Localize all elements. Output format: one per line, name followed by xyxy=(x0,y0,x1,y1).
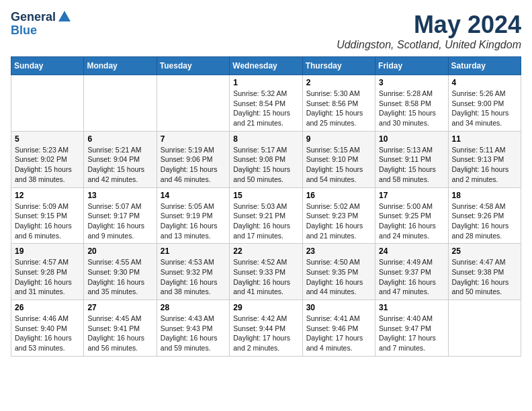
svg-marker-0 xyxy=(58,11,71,21)
calendar-cell: 29Sunrise: 4:42 AM Sunset: 9:44 PM Dayli… xyxy=(230,300,302,357)
day-header-thursday: Thursday xyxy=(302,57,375,75)
day-number: 17 xyxy=(379,191,444,200)
day-number: 13 xyxy=(87,191,152,200)
calendar-week-3: 12Sunrise: 5:09 AM Sunset: 9:15 PM Dayli… xyxy=(11,187,521,244)
day-info: Sunrise: 4:50 AM Sunset: 9:35 PM Dayligh… xyxy=(306,257,371,297)
day-number: 25 xyxy=(452,246,517,256)
calendar-cell: 10Sunrise: 5:13 AM Sunset: 9:11 PM Dayli… xyxy=(375,131,448,187)
calendar-cell xyxy=(157,75,229,132)
day-header-sunday: Sunday xyxy=(11,57,84,75)
calendar-cell: 18Sunrise: 4:58 AM Sunset: 9:26 PM Dayli… xyxy=(448,187,521,244)
location: Uddingston, Scotland, United Kingdom xyxy=(337,39,521,51)
calendar-cell xyxy=(11,75,84,132)
day-info: Sunrise: 4:55 AM Sunset: 9:30 PM Dayligh… xyxy=(87,257,152,297)
day-info: Sunrise: 5:23 AM Sunset: 9:02 PM Dayligh… xyxy=(15,145,80,185)
day-number: 3 xyxy=(379,78,444,87)
day-header-tuesday: Tuesday xyxy=(157,57,229,75)
day-info: Sunrise: 4:46 AM Sunset: 9:40 PM Dayligh… xyxy=(15,314,80,353)
calendar-cell: 15Sunrise: 5:03 AM Sunset: 9:21 PM Dayli… xyxy=(230,187,302,244)
day-info: Sunrise: 5:26 AM Sunset: 9:00 PM Dayligh… xyxy=(452,89,517,128)
calendar-cell: 8Sunrise: 5:17 AM Sunset: 9:08 PM Daylig… xyxy=(230,131,302,187)
calendar-cell: 20Sunrise: 4:55 AM Sunset: 9:30 PM Dayli… xyxy=(84,244,157,300)
calendar-cell: 19Sunrise: 4:57 AM Sunset: 9:28 PM Dayli… xyxy=(11,244,84,300)
day-number: 28 xyxy=(161,303,226,312)
calendar-cell xyxy=(448,300,521,357)
day-number: 31 xyxy=(379,303,444,312)
day-number: 14 xyxy=(161,191,226,200)
calendar-cell: 4Sunrise: 5:26 AM Sunset: 9:00 PM Daylig… xyxy=(448,75,521,132)
day-number: 5 xyxy=(15,134,80,144)
day-number: 4 xyxy=(452,78,517,87)
day-number: 7 xyxy=(161,134,226,144)
day-info: Sunrise: 4:40 AM Sunset: 9:47 PM Dayligh… xyxy=(379,314,444,353)
day-info: Sunrise: 5:05 AM Sunset: 9:19 PM Dayligh… xyxy=(161,201,226,241)
day-info: Sunrise: 4:43 AM Sunset: 9:43 PM Dayligh… xyxy=(161,314,226,353)
calendar-cell: 30Sunrise: 4:41 AM Sunset: 9:46 PM Dayli… xyxy=(302,300,375,357)
logo-general: General xyxy=(11,11,56,24)
day-info: Sunrise: 5:13 AM Sunset: 9:11 PM Dayligh… xyxy=(379,145,444,185)
day-number: 8 xyxy=(233,134,298,144)
day-info: Sunrise: 5:07 AM Sunset: 9:17 PM Dayligh… xyxy=(87,201,152,241)
day-header-saturday: Saturday xyxy=(448,57,521,75)
calendar-cell: 17Sunrise: 5:00 AM Sunset: 9:25 PM Dayli… xyxy=(375,187,448,244)
calendar-cell: 12Sunrise: 5:09 AM Sunset: 9:15 PM Dayli… xyxy=(11,187,84,244)
calendar-cell: 26Sunrise: 4:46 AM Sunset: 9:40 PM Dayli… xyxy=(11,300,84,357)
day-info: Sunrise: 5:02 AM Sunset: 9:23 PM Dayligh… xyxy=(306,201,371,241)
day-number: 22 xyxy=(233,246,298,256)
calendar-cell: 31Sunrise: 4:40 AM Sunset: 9:47 PM Dayli… xyxy=(375,300,448,357)
day-info: Sunrise: 4:45 AM Sunset: 9:41 PM Dayligh… xyxy=(87,314,152,353)
calendar-cell: 5Sunrise: 5:23 AM Sunset: 9:02 PM Daylig… xyxy=(11,131,84,187)
calendar-cell: 25Sunrise: 4:47 AM Sunset: 9:38 PM Dayli… xyxy=(448,244,521,300)
logo-blue: Blue xyxy=(11,24,37,38)
calendar-cell: 22Sunrise: 4:52 AM Sunset: 9:33 PM Dayli… xyxy=(230,244,302,300)
day-number: 6 xyxy=(87,134,152,144)
calendar-table: SundayMondayTuesdayWednesdayThursdayFrid… xyxy=(11,56,521,357)
day-number: 16 xyxy=(306,191,371,200)
day-header-monday: Monday xyxy=(84,57,157,75)
calendar-week-5: 26Sunrise: 4:46 AM Sunset: 9:40 PM Dayli… xyxy=(11,300,521,357)
day-info: Sunrise: 4:58 AM Sunset: 9:26 PM Dayligh… xyxy=(452,201,517,241)
day-info: Sunrise: 4:47 AM Sunset: 9:38 PM Dayligh… xyxy=(452,257,517,297)
day-number: 15 xyxy=(233,191,298,200)
calendar-header-row: SundayMondayTuesdayWednesdayThursdayFrid… xyxy=(11,57,521,75)
calendar-week-4: 19Sunrise: 4:57 AM Sunset: 9:28 PM Dayli… xyxy=(11,244,521,300)
day-info: Sunrise: 5:32 AM Sunset: 8:54 PM Dayligh… xyxy=(233,89,298,128)
day-info: Sunrise: 5:28 AM Sunset: 8:58 PM Dayligh… xyxy=(379,89,444,128)
day-number: 23 xyxy=(306,246,371,256)
logo: General Blue xyxy=(11,11,72,38)
calendar-week-2: 5Sunrise: 5:23 AM Sunset: 9:02 PM Daylig… xyxy=(11,131,521,187)
day-header-friday: Friday xyxy=(375,57,448,75)
day-info: Sunrise: 5:21 AM Sunset: 9:04 PM Dayligh… xyxy=(87,145,152,185)
calendar-cell: 21Sunrise: 4:53 AM Sunset: 9:32 PM Dayli… xyxy=(157,244,229,300)
day-info: Sunrise: 5:30 AM Sunset: 8:56 PM Dayligh… xyxy=(306,89,371,128)
day-info: Sunrise: 5:15 AM Sunset: 9:10 PM Dayligh… xyxy=(306,145,371,185)
day-number: 29 xyxy=(233,303,298,312)
day-number: 1 xyxy=(233,78,298,87)
calendar-cell: 23Sunrise: 4:50 AM Sunset: 9:35 PM Dayli… xyxy=(302,244,375,300)
calendar-cell: 13Sunrise: 5:07 AM Sunset: 9:17 PM Dayli… xyxy=(84,187,157,244)
day-number: 11 xyxy=(452,134,517,144)
day-info: Sunrise: 5:00 AM Sunset: 9:25 PM Dayligh… xyxy=(379,201,444,241)
day-info: Sunrise: 5:19 AM Sunset: 9:06 PM Dayligh… xyxy=(161,145,226,185)
calendar-cell: 1Sunrise: 5:32 AM Sunset: 8:54 PM Daylig… xyxy=(230,75,302,132)
day-info: Sunrise: 4:49 AM Sunset: 9:37 PM Dayligh… xyxy=(379,257,444,297)
calendar-cell: 16Sunrise: 5:02 AM Sunset: 9:23 PM Dayli… xyxy=(302,187,375,244)
page-header: General Blue May 2024 Uddingston, Scotla… xyxy=(11,11,521,51)
calendar-cell: 11Sunrise: 5:11 AM Sunset: 9:13 PM Dayli… xyxy=(448,131,521,187)
day-info: Sunrise: 5:11 AM Sunset: 9:13 PM Dayligh… xyxy=(452,145,517,185)
day-info: Sunrise: 5:03 AM Sunset: 9:21 PM Dayligh… xyxy=(233,201,298,241)
day-info: Sunrise: 4:41 AM Sunset: 9:46 PM Dayligh… xyxy=(306,314,371,353)
logo-icon xyxy=(57,9,72,24)
day-number: 30 xyxy=(306,303,371,312)
calendar-cell xyxy=(84,75,157,132)
day-number: 9 xyxy=(306,134,371,144)
day-info: Sunrise: 5:09 AM Sunset: 9:15 PM Dayligh… xyxy=(15,201,80,241)
day-number: 18 xyxy=(452,191,517,200)
day-header-wednesday: Wednesday xyxy=(230,57,302,75)
month-title: May 2024 xyxy=(337,11,521,39)
day-info: Sunrise: 4:52 AM Sunset: 9:33 PM Dayligh… xyxy=(233,257,298,297)
day-number: 27 xyxy=(87,303,152,312)
calendar-cell: 6Sunrise: 5:21 AM Sunset: 9:04 PM Daylig… xyxy=(84,131,157,187)
day-info: Sunrise: 4:42 AM Sunset: 9:44 PM Dayligh… xyxy=(233,314,298,353)
calendar-cell: 7Sunrise: 5:19 AM Sunset: 9:06 PM Daylig… xyxy=(157,131,229,187)
